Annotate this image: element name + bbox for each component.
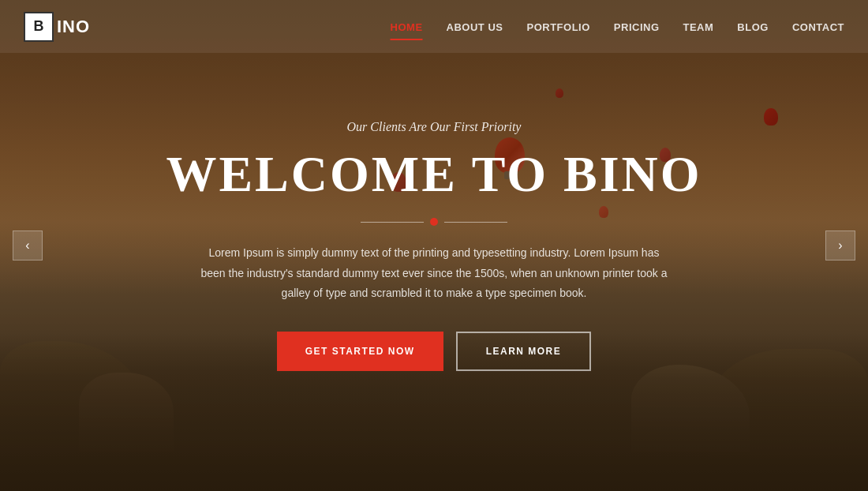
nav-link-about[interactable]: ABOUT US <box>447 21 503 33</box>
divider-line-left <box>361 222 424 223</box>
get-started-button[interactable]: GET STARTED NOW <box>277 332 443 371</box>
nav-link-blog[interactable]: BLOG <box>737 21 769 33</box>
navbar: B INO HOME ABOUT US PORTFOLIO PRICING TE… <box>0 0 868 53</box>
logo-box: B <box>24 12 54 42</box>
hero-buttons: GET STARTED NOW LEARN MORE <box>158 332 710 371</box>
nav-link-contact[interactable]: CONTACT <box>792 21 844 33</box>
nav-link-portfolio[interactable]: PORTFOLIO <box>526 21 589 33</box>
nav-links: HOME ABOUT US PORTFOLIO PRICING TEAM BLO… <box>391 20 844 34</box>
hero-description: Lorem Ipsum is simply dummy text of the … <box>197 243 671 303</box>
right-arrow-icon: › <box>838 238 842 253</box>
logo-text: INO <box>54 17 90 37</box>
carousel-arrow-left[interactable]: ‹ <box>13 231 43 260</box>
nav-link-home[interactable]: HOME <box>391 21 423 33</box>
hero-subtitle: Our Clients Are Our First Priority <box>158 120 710 134</box>
divider-dot <box>430 218 438 226</box>
nav-link-team[interactable]: TEAM <box>683 21 714 33</box>
hero-section: B INO HOME ABOUT US PORTFOLIO PRICING TE… <box>0 0 868 491</box>
hero-title: WELCOME TO BINO <box>158 147 710 202</box>
carousel-arrow-right[interactable]: › <box>825 231 855 260</box>
nav-item-portfolio[interactable]: PORTFOLIO <box>526 20 589 34</box>
nav-item-about[interactable]: ABOUT US <box>447 20 503 34</box>
divider-line-right <box>444 222 507 223</box>
hero-content: Our Clients Are Our First Priority WELCO… <box>158 120 710 371</box>
nav-item-contact[interactable]: CONTACT <box>792 20 844 34</box>
logo[interactable]: B INO <box>24 12 90 42</box>
learn-more-button[interactable]: LEARN MORE <box>456 332 592 371</box>
left-arrow-icon: ‹ <box>25 238 29 253</box>
logo-letter: B <box>34 18 44 35</box>
nav-item-home[interactable]: HOME <box>391 20 423 34</box>
nav-link-pricing[interactable]: PRICING <box>614 21 660 33</box>
nav-item-blog[interactable]: BLOG <box>737 20 769 34</box>
nav-item-pricing[interactable]: PRICING <box>614 20 660 34</box>
nav-item-team[interactable]: TEAM <box>683 20 714 34</box>
hero-divider <box>158 218 710 226</box>
